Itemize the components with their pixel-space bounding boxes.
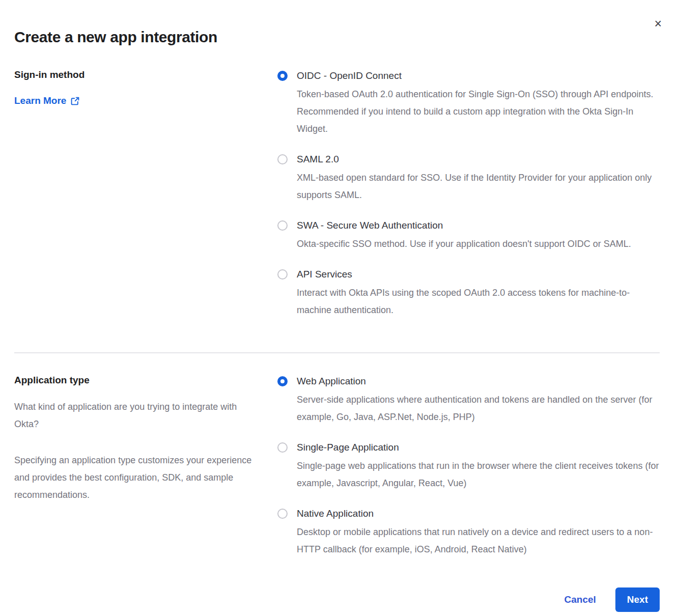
radio-description-native-application: Desktop or mobile applications that run …: [297, 523, 659, 558]
radio-option-single-page-application-text: Single-Page Application Single-page web …: [297, 441, 659, 492]
next-button[interactable]: Next: [615, 587, 660, 612]
radio-description-single-page-application: Single-page web applications that run in…: [297, 457, 659, 492]
radio-description-api-services: Interact with Okta APIs using the scoped…: [297, 284, 659, 319]
radio-label-oidc[interactable]: OIDC - OpenID Connect: [297, 69, 659, 82]
radio-label-single-page-application[interactable]: Single-Page Application: [297, 441, 659, 454]
radio-description-saml: XML-based open standard for SSO. Use if …: [297, 169, 659, 204]
radio-button-swa[interactable]: [277, 220, 288, 231]
radio-label-swa[interactable]: SWA - Secure Web Authentication: [297, 219, 631, 232]
radio-option-swa[interactable]: SWA - Secure Web Authentication Okta-spe…: [277, 219, 660, 253]
learn-more-link[interactable]: Learn More: [14, 95, 79, 106]
radio-label-native-application[interactable]: Native Application: [297, 507, 659, 520]
radio-option-api-services-text: API Services Interact with Okta APIs usi…: [297, 268, 659, 319]
close-icon[interactable]: ×: [654, 17, 662, 30]
radio-option-web-application[interactable]: Web Application Server-side applications…: [277, 375, 660, 426]
radio-button-web-application[interactable]: [277, 376, 288, 386]
application-type-section: Application type What kind of applicatio…: [14, 375, 660, 558]
application-type-label: Application type: [14, 375, 277, 386]
radio-description-swa: Okta-specific SSO method. Use if your ap…: [297, 235, 631, 253]
signin-method-label: Sign-in method: [14, 69, 277, 80]
radio-button-single-page-application[interactable]: [277, 442, 288, 453]
radio-button-saml[interactable]: [277, 154, 288, 164]
application-type-options: Web Application Server-side applications…: [277, 375, 660, 558]
radio-button-oidc[interactable]: [277, 71, 288, 81]
signin-method-left-column: Sign-in method Learn More: [14, 69, 277, 106]
radio-button-native-application[interactable]: [277, 509, 288, 519]
radio-description-oidc: Token-based OAuth 2.0 authentication for…: [297, 86, 659, 137]
radio-option-saml-text: SAML 2.0 XML-based open standard for SSO…: [297, 153, 659, 204]
learn-more-label: Learn More: [14, 95, 66, 106]
signin-method-section: Sign-in method Learn More OIDC - OpenID …: [14, 69, 660, 319]
external-link-icon: [71, 97, 79, 105]
signin-method-options: OIDC - OpenID Connect Token-based OAuth …: [277, 69, 660, 319]
create-app-integration-dialog: × Create a new app integration Sign-in m…: [0, 0, 678, 616]
radio-description-web-application: Server-side applications where authentic…: [297, 391, 659, 426]
radio-button-api-services[interactable]: [277, 269, 288, 279]
radio-option-api-services[interactable]: API Services Interact with Okta APIs usi…: [277, 268, 660, 319]
section-divider: [14, 352, 660, 353]
application-type-left-column: Application type What kind of applicatio…: [14, 375, 277, 503]
application-type-paragraph-1: What kind of application are you trying …: [14, 398, 259, 433]
cancel-button[interactable]: Cancel: [564, 594, 596, 605]
dialog-title: Create a new app integration: [14, 29, 660, 46]
radio-label-api-services[interactable]: API Services: [297, 268, 659, 281]
radio-option-swa-text: SWA - Secure Web Authentication Okta-spe…: [297, 219, 631, 253]
radio-option-native-application-text: Native Application Desktop or mobile app…: [297, 507, 659, 558]
radio-option-native-application[interactable]: Native Application Desktop or mobile app…: [277, 507, 660, 558]
radio-option-oidc-text: OIDC - OpenID Connect Token-based OAuth …: [297, 69, 659, 137]
radio-label-saml[interactable]: SAML 2.0: [297, 153, 659, 166]
radio-option-single-page-application[interactable]: Single-Page Application Single-page web …: [277, 441, 660, 492]
radio-option-oidc[interactable]: OIDC - OpenID Connect Token-based OAuth …: [277, 69, 660, 137]
radio-option-saml[interactable]: SAML 2.0 XML-based open standard for SSO…: [277, 153, 660, 204]
radio-option-web-application-text: Web Application Server-side applications…: [297, 375, 659, 426]
application-type-paragraph-2: Specifying an application type customize…: [14, 452, 259, 503]
radio-label-web-application[interactable]: Web Application: [297, 375, 659, 388]
dialog-footer: Cancel Next: [14, 587, 660, 612]
